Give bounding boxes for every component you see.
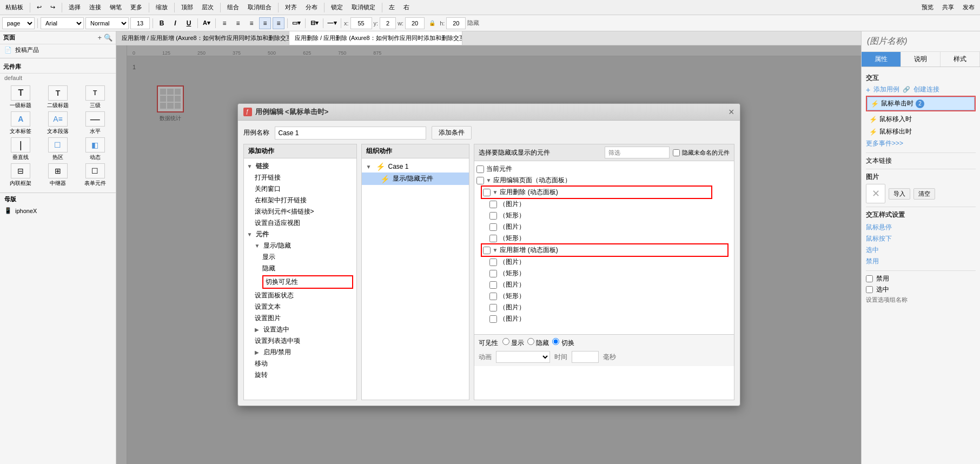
time-input[interactable] — [572, 351, 599, 363]
current-element-checkbox[interactable] — [476, 165, 484, 173]
undo-button[interactable]: ↩ — [34, 3, 45, 12]
bold-button[interactable]: B — [156, 17, 168, 29]
hide-item[interactable]: 隐藏 — [244, 263, 356, 274]
set-view-item[interactable]: 设置自适应视图 — [244, 217, 356, 229]
x-input[interactable] — [350, 17, 372, 29]
comp-horizontal[interactable]: — 水平 — [77, 111, 112, 135]
hide-unnamed-checkbox[interactable] — [673, 149, 680, 156]
page-select[interactable]: page — [2, 17, 35, 29]
mouse-leave-event[interactable]: ⚡ 鼠标移出时 — [866, 125, 976, 138]
tab-style[interactable]: 样式 — [941, 52, 980, 67]
set-panel-item[interactable]: 设置面板状态 — [244, 290, 356, 301]
close-window-item[interactable]: 关闭窗口 — [244, 183, 356, 195]
comp-h1[interactable]: T 一级标题 — [3, 85, 38, 109]
add-page-button[interactable]: + — [97, 34, 102, 42]
border-button[interactable]: ⊟▾ — [308, 17, 320, 29]
mouse-enter-event[interactable]: ⚡ 鼠标移入时 — [866, 113, 976, 125]
lock-button[interactable]: 锁定 — [328, 2, 346, 12]
pen-button[interactable]: 钢笔 — [107, 2, 125, 12]
animation-select[interactable] — [496, 351, 550, 363]
add-condition-button[interactable]: 添加条件 — [432, 126, 472, 140]
link-group[interactable]: ▼ 链接 — [244, 161, 356, 172]
app-add-rect1-cb[interactable] — [489, 270, 497, 277]
app-delete-img1-cb[interactable] — [489, 201, 497, 208]
tab-description[interactable]: 说明 — [901, 52, 941, 67]
app-add-checkbox[interactable] — [483, 247, 491, 254]
master-item-iphone[interactable]: 📱 iphoneX — [0, 206, 116, 216]
comp-relay[interactable]: ⊞ 中继器 — [41, 163, 76, 187]
add-case-link[interactable]: 添加用例 — [873, 85, 899, 94]
comp-paragraph[interactable]: A≡ 文本段落 — [41, 111, 76, 135]
tab1[interactable]: 应用新增 / 应用新增 (Axure8：如何制作应用同时添加和删除交互效果) ✕ — [116, 31, 289, 45]
style-select[interactable]: Normal — [85, 17, 129, 29]
disabled-checkbox[interactable] — [866, 275, 873, 282]
set-list-item[interactable]: 设置列表选中项 — [244, 335, 356, 347]
align-left-button[interactable]: ≡ — [218, 17, 230, 29]
search-page-button[interactable]: 🔍 — [104, 34, 112, 42]
connect-button[interactable]: 连接 — [86, 2, 104, 12]
app-add-group[interactable]: ▼ 应用新增 (动态面板) — [474, 244, 734, 256]
show-hide-group[interactable]: ▼ 显示/隐藏 — [244, 240, 356, 251]
ungroup-button[interactable]: 取消组合 — [244, 2, 275, 12]
scroll-to-item[interactable]: 滚动到元件<描链接> — [244, 206, 356, 217]
case-name-input[interactable] — [275, 127, 426, 140]
app-add-img4-cb[interactable] — [489, 315, 497, 323]
clear-button[interactable]: 清空 — [913, 188, 935, 200]
comp-hotspot[interactable]: ☐ 热区 — [41, 137, 76, 161]
fill-color-button[interactable]: ▭▾ — [290, 17, 302, 29]
set-text-item[interactable]: 设置文本 — [244, 301, 356, 313]
move-item[interactable]: 移动 — [244, 358, 356, 369]
tab-properties[interactable]: 属性 — [862, 52, 901, 67]
mouse-hover-style[interactable]: 鼠标悬停 — [866, 222, 976, 233]
app-edit-page-group[interactable]: ▼ 应用编辑页面（动态面板） — [474, 175, 734, 186]
app-delete-img2-cb[interactable] — [489, 223, 497, 231]
selected-style[interactable]: 选中 — [866, 244, 976, 256]
top-button[interactable]: 顶部 — [178, 2, 196, 12]
comp-form[interactable]: ☐ 表单元件 — [77, 163, 112, 187]
align-center-button[interactable]: ≡ — [232, 17, 244, 29]
align-button[interactable]: 对齐 — [282, 2, 300, 12]
unlock-button[interactable]: 取消锁定 — [348, 2, 379, 12]
more-events-link[interactable]: 更多事件>>> — [866, 138, 976, 149]
app-add-img2-cb[interactable] — [489, 281, 497, 289]
widget-group[interactable]: ▼ 元件 — [244, 229, 356, 240]
italic-button[interactable]: I — [169, 17, 181, 29]
layer-button[interactable]: 层次 — [198, 2, 217, 12]
lock-aspect-button[interactable]: 🔒 — [426, 17, 438, 29]
rotate-item[interactable]: 旋转 — [244, 369, 356, 381]
disabled-style[interactable]: 禁用 — [866, 256, 976, 267]
import-button[interactable]: 导入 — [889, 188, 910, 200]
case1-item[interactable]: ▼ ⚡ Case 1 — [362, 161, 469, 173]
redo-button[interactable]: ↪ — [47, 3, 58, 12]
app-add-img1-cb[interactable] — [489, 258, 497, 266]
zoom-button[interactable]: 缩放 — [153, 2, 171, 12]
distribute-button[interactable]: 分布 — [302, 2, 321, 12]
page-item-product[interactable]: 📄 投稿产品 — [0, 44, 116, 56]
preview-button[interactable]: 预览 — [918, 2, 937, 12]
right-button[interactable]: 右 — [400, 2, 413, 12]
align-justify-button[interactable]: ≡ — [259, 17, 271, 29]
toggle-visibility-item[interactable]: 切换可见性 — [262, 275, 353, 289]
app-add-rect2-cb[interactable] — [489, 293, 497, 300]
align-justify2-button[interactable]: ≡ — [273, 17, 284, 29]
comp-iframe[interactable]: ⊟ 内联框架 — [3, 163, 38, 187]
font-color-button[interactable]: A▾ — [201, 17, 213, 29]
config-search-input[interactable] — [605, 147, 670, 158]
align-right-button[interactable]: ≡ — [246, 17, 257, 29]
show-hide-action-item[interactable]: ⚡ 显示/隐藏元件 — [362, 173, 469, 185]
comp-h3[interactable]: T 三级 — [77, 85, 112, 109]
underline-button[interactable]: U — [183, 17, 195, 29]
set-selected-group[interactable]: ▶ 设置选中 — [244, 324, 356, 335]
y-input[interactable] — [380, 17, 396, 29]
font-select[interactable]: Arial — [41, 17, 84, 29]
create-link-link[interactable]: 创建连接 — [913, 85, 939, 94]
mouse-click-event[interactable]: ⚡ 鼠标单击时 2 — [867, 97, 975, 110]
comp-label[interactable]: A 文本标签 — [3, 111, 38, 135]
more-button[interactable]: 更多 — [127, 2, 145, 12]
show-radio[interactable] — [502, 338, 509, 345]
h-input[interactable] — [446, 17, 466, 29]
select-button[interactable]: 选择 — [65, 2, 84, 12]
open-in-frame-item[interactable]: 在框架中打开链接 — [244, 195, 356, 206]
app-delete-rect1-cb[interactable] — [489, 212, 497, 220]
enable-disable-group[interactable]: ▶ 启用/禁用 — [244, 347, 356, 358]
